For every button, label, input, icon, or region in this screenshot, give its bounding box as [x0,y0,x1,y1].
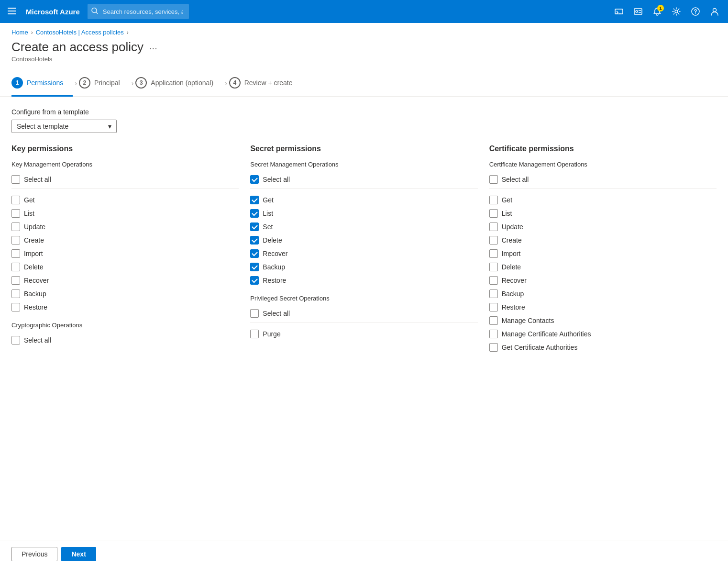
cert-manage-ca-checkbox[interactable] [489,330,498,338]
cert-backup-checkbox[interactable] [489,289,498,298]
cert-delete-checkbox[interactable] [489,263,498,271]
secret-purge-checkbox[interactable] [250,330,259,338]
search-input[interactable] [88,4,189,19]
template-label: Configure from a template [11,108,717,116]
page-menu-icon[interactable]: ··· [149,43,157,54]
cert-mgmt-section: Certificate Management Operations Select… [489,161,717,354]
key-mgmt-section: Key Management Operations Select all Get… [11,161,239,314]
secret-get: Get [250,193,477,207]
key-get-checkbox[interactable] [11,196,20,204]
cert-get-ca-checkbox[interactable] [489,343,498,352]
breadcrumb-parent[interactable]: ContosoHotels | Access policies [36,29,124,36]
secret-get-checkbox[interactable] [250,196,259,204]
cert-get-checkbox[interactable] [489,196,498,204]
notifications-icon[interactable]: 1 [650,4,665,19]
settings-icon[interactable] [669,4,684,19]
key-delete-checkbox[interactable] [11,263,20,271]
cert-list: List [489,207,717,220]
cert-update: Update [489,220,717,233]
steps-bar: 1 Permissions › 2 Principal › 3 Applicat… [0,70,728,97]
breadcrumb-sep-1: › [31,29,33,36]
secret-delete-checkbox[interactable] [250,236,259,245]
secret-list: List [250,207,477,220]
key-import-checkbox[interactable] [11,249,20,258]
svg-rect-1 [8,11,16,11]
secret-recover-label: Recover [263,250,287,257]
key-restore-checkbox[interactable] [11,303,20,311]
template-chevron-icon: ▾ [108,122,111,130]
cert-manage-contacts-label: Manage Contacts [502,317,554,324]
cert-mgmt-subtitle: Certificate Management Operations [489,161,717,168]
key-list-checkbox[interactable] [11,209,20,218]
cert-delete-label: Delete [502,263,521,271]
step-3-circle: 3 [135,77,147,89]
key-update-checkbox[interactable] [11,222,20,231]
cert-create: Create [489,233,717,247]
key-create-label: Create [24,236,44,244]
secret-priv-select-all-checkbox[interactable] [250,309,259,318]
step-permissions[interactable]: 1 Permissions [11,70,73,97]
cert-manage-contacts-checkbox[interactable] [489,316,498,325]
user-avatar[interactable] [707,4,722,19]
secret-set-checkbox[interactable] [250,222,259,231]
key-delete-label: Delete [24,263,43,271]
cert-restore-checkbox[interactable] [489,303,498,311]
secret-recover-checkbox[interactable] [250,249,259,258]
cloud-shell-icon[interactable] [611,4,627,19]
hamburger-menu-icon[interactable] [6,5,18,19]
key-crypto-select-all-checkbox[interactable] [11,336,20,345]
template-section: Configure from a template Select a templ… [11,108,717,133]
step-application[interactable]: 3 Application (optional) [135,70,223,97]
secret-purge-label: Purge [263,330,280,338]
secret-list-checkbox[interactable] [250,209,259,218]
key-select-all-checkbox[interactable] [11,175,20,184]
cert-select-all-checkbox[interactable] [489,175,498,184]
key-select-all-label: Select all [24,176,51,183]
secret-set-label: Set [263,223,273,231]
cert-recover-checkbox[interactable] [489,276,498,285]
key-backup-label: Backup [24,290,46,298]
secret-select-all-label: Select all [263,176,290,183]
breadcrumb-home[interactable]: Home [11,29,28,36]
step-4-label: Review + create [244,79,293,87]
help-icon[interactable] [688,4,703,19]
cert-backup: Backup [489,287,717,300]
key-recover: Recover [11,274,239,287]
secret-get-label: Get [263,196,274,204]
directory-icon[interactable] [630,4,646,19]
key-recover-checkbox[interactable] [11,276,20,285]
secret-priv-subtitle: Privileged Secret Operations [250,295,477,302]
topbar-icons: 1 [611,4,722,19]
key-crypto-select-all-label: Select all [24,336,51,344]
main-content: Configure from a template Select a templ… [0,97,728,400]
cert-manage-ca-label: Manage Certificate Authorities [502,330,591,338]
page-title: Create an access policy [11,40,143,55]
cert-recover: Recover [489,274,717,287]
key-create-checkbox[interactable] [11,236,20,245]
cert-permissions-col: Certificate permissions Certificate Mana… [489,145,717,362]
cert-update-checkbox[interactable] [489,222,498,231]
secret-select-all-checkbox[interactable] [250,175,259,184]
key-import: Import [11,247,239,260]
step-review[interactable]: 4 Review + create [229,70,302,97]
page-subtitle: ContosoHotels [11,56,143,63]
secret-purge: Purge [250,327,477,341]
template-dropdown[interactable]: Select a template ▾ [11,120,117,133]
cert-import-checkbox[interactable] [489,249,498,258]
secret-backup-checkbox[interactable] [250,263,259,271]
template-placeholder: Select a template [17,122,68,130]
cert-select-all: Select all [489,173,717,186]
cert-list-checkbox[interactable] [489,209,498,218]
secret-restore-checkbox[interactable] [250,276,259,285]
secret-select-all: Select all [250,173,477,186]
page-header: Create an access policy ContosoHotels ··… [0,38,728,70]
key-restore: Restore [11,300,239,314]
key-select-all: Select all [11,173,239,186]
step-2-circle: 2 [79,77,90,89]
step-principal[interactable]: 2 Principal [79,70,130,97]
cert-import: Import [489,247,717,260]
key-backup-checkbox[interactable] [11,289,20,298]
key-permissions-col: Key permissions Key Management Operation… [11,145,239,362]
cert-create-checkbox[interactable] [489,236,498,245]
key-list: List [11,207,239,220]
